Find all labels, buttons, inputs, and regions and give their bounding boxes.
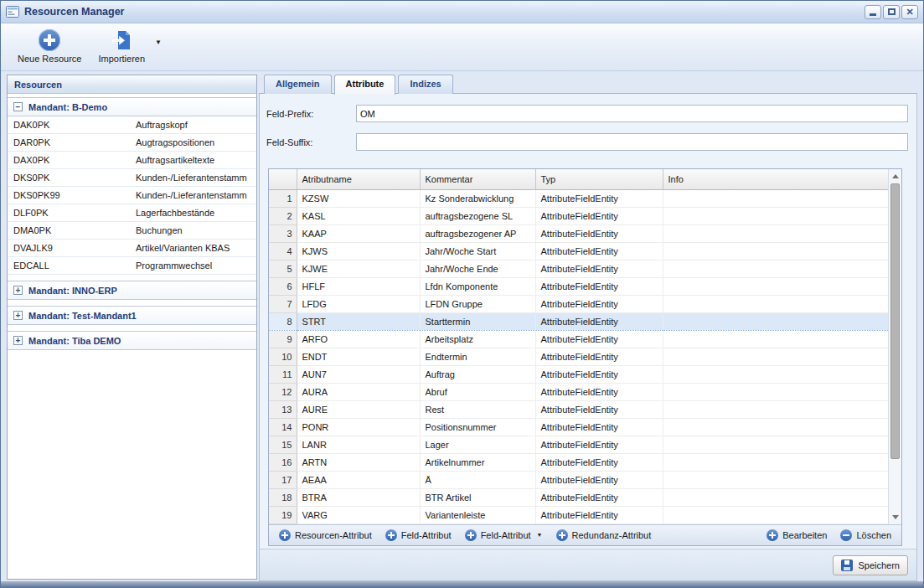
table-row[interactable]: 3 KAAP auftragsbezogener AP AttributeFie… — [269, 224, 888, 242]
status-bar: Speichern — [260, 549, 916, 580]
column-header-info[interactable]: Info — [663, 169, 888, 189]
resource-list-item[interactable]: DMA0PK Buchungen — [8, 222, 256, 240]
tree-group-label: Mandant: Test-Mandant1 — [28, 311, 137, 321]
tree-group-header[interactable]: + Mandant: INNO-ERP — [8, 281, 256, 300]
tree-toggle-icon[interactable]: + — [13, 311, 23, 320]
title-bar: Resourcen Manager ✕ — [1, 1, 923, 23]
add-feld-attribut-button[interactable]: Feld-Attribut — [380, 528, 457, 543]
table-header-row: Atributname Kommentar Typ Info — [269, 169, 888, 189]
cell-rownum: 7 — [269, 295, 297, 312]
table-row[interactable]: 8 STRT Starttermin AttributeFieldEntity — [269, 312, 888, 330]
table-row[interactable]: 12 AURA Abruf AttributeFieldEntity — [269, 383, 888, 400]
resource-list-item[interactable]: DAK0PK Auftragskopf — [8, 116, 256, 134]
scrollbar-track[interactable] — [889, 183, 901, 511]
table-row[interactable]: 11 AUN7 Auftrag AttributeFieldEntity — [269, 365, 888, 383]
dropdown-caret-icon[interactable]: ▼ — [537, 532, 543, 538]
cell-atributname: AURE — [297, 400, 420, 418]
add-circle-icon — [556, 529, 568, 541]
cell-typ: AttributeFieldEntity — [535, 418, 663, 436]
tab-attribute[interactable]: Attribute — [334, 75, 396, 95]
resource-list-item[interactable]: DKS0PK Kunden-/Lieferantenstamm — [8, 169, 256, 187]
loeschen-button[interactable]: Löschen — [835, 528, 896, 543]
resource-code: DKS0PK — [13, 169, 49, 186]
resource-list-item[interactable]: EDCALL Programmwechsel — [8, 257, 256, 275]
speichern-button[interactable]: Speichern — [833, 555, 908, 575]
cell-kommentar: Abruf — [420, 383, 535, 400]
cell-typ: AttributeFieldEntity — [535, 453, 663, 471]
add-resourcen-attribut-button[interactable]: Resourcen-Attribut — [274, 528, 377, 543]
table-row[interactable]: 17 AEAA Ä AttributeFieldEntity — [269, 471, 888, 488]
feld-suffix-input[interactable] — [356, 133, 908, 151]
table-row[interactable]: 18 BTRA BTR Artikel AttributeFieldEntity — [269, 488, 888, 506]
cell-atributname: AUN7 — [297, 365, 420, 383]
scrollbar-thumb[interactable] — [890, 183, 900, 459]
cell-kommentar: Endtermin — [420, 348, 535, 365]
tree-toggle-icon[interactable]: + — [13, 286, 23, 295]
cell-rownum: 10 — [269, 348, 297, 365]
tree-group-header[interactable]: + Mandant: Tiba DEMO — [8, 331, 256, 350]
edit-circle-icon — [767, 529, 778, 541]
scroll-up-button[interactable] — [889, 169, 901, 183]
cell-rownum: 5 — [269, 260, 297, 277]
resource-description: Buchungen — [136, 222, 183, 239]
button-label: Bearbeiten — [782, 530, 827, 540]
scroll-down-button[interactable] — [889, 511, 901, 524]
tab-indizes[interactable]: Indizes — [398, 75, 452, 94]
column-header-typ[interactable]: Typ — [535, 169, 663, 189]
table-row[interactable]: 6 HFLF Lfdn Komponente AttributeFieldEnt… — [269, 277, 888, 295]
import-button[interactable]: Importieren — [90, 27, 153, 65]
maximize-button[interactable] — [883, 5, 900, 19]
table-row[interactable]: 10 ENDT Endtermin AttributeFieldEntity — [269, 348, 888, 365]
feld-prefix-input[interactable] — [356, 105, 908, 122]
resource-list-item[interactable]: DAR0PK Augtragspositionen — [8, 134, 256, 152]
tree-group-header[interactable]: + Mandant: Test-Mandant1 — [8, 306, 256, 325]
table-row[interactable]: 7 LFDG LFDN Gruppe AttributeFieldEntity — [269, 295, 888, 312]
tree-toggle-icon[interactable]: − — [13, 102, 23, 111]
cell-rownum: 2 — [269, 207, 297, 224]
cell-info — [663, 295, 888, 312]
resource-list-item[interactable]: DLF0PK Lagerfachbestände — [8, 204, 256, 222]
table-scrollbar[interactable] — [888, 169, 901, 524]
table-row[interactable]: 2 KASL auftragsbezogene SL AttributeFiel… — [269, 207, 888, 224]
cell-info — [663, 488, 888, 506]
table-row[interactable]: 15 LANR Lager AttributeFieldEntity — [269, 436, 888, 453]
column-header-kommentar[interactable]: Kommentar — [420, 169, 535, 189]
resource-list-item[interactable]: DVAJLK9 Artikel/Varianten KBAS — [8, 240, 256, 257]
resource-code: EDCALL — [13, 257, 49, 274]
cell-typ: AttributeFieldEntity — [535, 436, 663, 453]
new-resource-button[interactable]: Neue Resource — [9, 27, 90, 65]
resource-list-item[interactable]: DKS0PK99 Kunden-/Lieferantenstamm — [8, 187, 256, 204]
import-dropdown-caret-icon[interactable]: ▼ — [155, 39, 162, 46]
column-header-atributname[interactable]: Atributname — [297, 169, 420, 189]
add-feld-attribut-split-button[interactable]: Feld-Attribut ▼ — [460, 528, 548, 543]
table-row[interactable]: 16 ARTN Artikelnummer AttributeFieldEnti… — [269, 453, 888, 471]
table-row[interactable]: 5 KJWE Jahr/Woche Ende AttributeFieldEnt… — [269, 260, 888, 277]
column-header-rownum[interactable] — [269, 169, 297, 189]
cell-rownum: 13 — [269, 400, 297, 418]
cell-atributname: STRT — [297, 312, 420, 330]
table-row[interactable]: 1 KZSW Kz Sonderabwicklung AttributeFiel… — [269, 189, 888, 207]
cell-info — [663, 277, 888, 295]
tab-allgemein[interactable]: Allgemein — [264, 75, 332, 94]
table-row[interactable]: 19 VARG Variantenleiste AttributeFieldEn… — [269, 506, 888, 524]
tree-toggle-icon[interactable]: + — [13, 336, 23, 345]
minimize-button[interactable] — [865, 5, 881, 19]
cell-typ: AttributeFieldEntity — [535, 330, 663, 348]
table-row[interactable]: 9 ARFO Arbeitsplatz AttributeFieldEntity — [269, 330, 888, 348]
tree-group-header[interactable]: − Mandant: B-Demo — [8, 97, 256, 116]
close-button[interactable]: ✕ — [901, 5, 918, 19]
cell-typ: AttributeFieldEntity — [535, 277, 663, 295]
cell-info — [663, 471, 888, 488]
table-row[interactable]: 13 AURE Rest AttributeFieldEntity — [269, 400, 888, 418]
cell-rownum: 18 — [269, 488, 297, 506]
bearbeiten-button[interactable]: Bearbeiten — [761, 528, 832, 543]
cell-info — [663, 418, 888, 436]
cell-atributname: ARTN — [297, 453, 420, 471]
button-label: Löschen — [856, 530, 891, 540]
table-row[interactable]: 4 KJWS Jahr/Woche Start AttributeFieldEn… — [269, 242, 888, 260]
add-redundanz-attribut-button[interactable]: Redundanz-Attribut — [551, 528, 657, 543]
cell-atributname: KJWS — [297, 242, 420, 260]
resource-list-item[interactable]: DAX0PK Auftragsartikeltexte — [8, 152, 256, 169]
cell-typ: AttributeFieldEntity — [535, 365, 663, 383]
table-row[interactable]: 14 PONR Positionsnummer AttributeFieldEn… — [269, 418, 888, 436]
